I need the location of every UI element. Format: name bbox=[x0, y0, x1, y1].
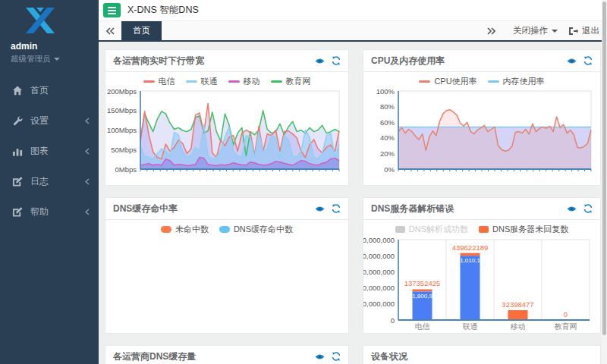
svg-text:137352425: 137352425 bbox=[404, 279, 441, 287]
logout-button[interactable]: 退出 bbox=[568, 25, 599, 36]
panel-title: 各运营商实时下行带宽 bbox=[113, 55, 204, 67]
tab-home[interactable]: 首页 bbox=[121, 21, 162, 40]
app-logo[interactable] bbox=[0, 0, 99, 38]
main-area: X-DNS 智能DNS 首页 关闭操作 bbox=[99, 0, 607, 364]
svg-text:移动: 移动 bbox=[511, 322, 526, 331]
bar-chart-icon bbox=[12, 146, 24, 157]
log-edit-icon bbox=[12, 176, 24, 187]
svg-text:0%: 0% bbox=[384, 165, 395, 174]
cache-hit-pie-chart: 未命中数DNS缓存命中数 bbox=[105, 220, 348, 235]
user-role-dropdown[interactable]: 超级管理员 bbox=[0, 52, 99, 72]
panel-resolve-errors: DNS服务器解析错误 DNS解析成功数DNS服务器未回复数00,000,0000… bbox=[363, 197, 601, 334]
app-title: X-DNS 智能DNS bbox=[127, 4, 199, 17]
legend-item[interactable]: DNS服务器未回复数 bbox=[479, 224, 568, 235]
panel-cpu-memory: CPU及内存使用率 CPU使用率内存使用率0%20%40%60%80%100% bbox=[363, 49, 601, 186]
panel-bandwidth: 各运营商实时下行带宽 电信联通移动教育网0Mbps50Mbps100Mbps15… bbox=[105, 49, 349, 186]
eye-icon bbox=[315, 58, 325, 64]
legend-label: 教育网 bbox=[286, 76, 311, 87]
svg-text:0: 0 bbox=[391, 316, 395, 325]
legend-item[interactable]: 内存使用率 bbox=[488, 76, 545, 87]
sidebar-item-logs[interactable]: 日志 bbox=[0, 166, 99, 196]
legend-label: 移动 bbox=[244, 76, 260, 87]
toggle-visibility-button[interactable] bbox=[315, 206, 325, 212]
refresh-icon bbox=[583, 204, 593, 213]
sidebar-item-label: 图表 bbox=[30, 145, 49, 158]
legend-marker bbox=[219, 226, 230, 233]
panel-title: DNS服务器解析错误 bbox=[371, 202, 454, 215]
legend-label: 内存使用率 bbox=[503, 76, 545, 87]
tab-bar: 首页 关闭操作 退出 bbox=[99, 21, 607, 42]
home-icon bbox=[12, 85, 24, 96]
panel-title: CPU及内存使用率 bbox=[371, 55, 445, 67]
close-actions-dropdown[interactable]: 关闭操作 bbox=[513, 25, 558, 36]
legend-marker bbox=[271, 80, 282, 83]
toggle-visibility-button[interactable] bbox=[567, 206, 577, 212]
x-logo-icon bbox=[23, 6, 58, 35]
topbar: X-DNS 智能DNS bbox=[99, 0, 607, 21]
panel-dns-cache-volume: 各运营商DNS缓存量 bbox=[105, 345, 349, 364]
svg-text:50Mbps: 50Mbps bbox=[111, 146, 137, 154]
chevron-left-icon bbox=[85, 178, 90, 185]
legend-item[interactable]: 移动 bbox=[228, 76, 260, 87]
caret-down-icon bbox=[54, 58, 60, 61]
close-actions-label: 关闭操作 bbox=[513, 25, 548, 36]
toggle-visibility-button[interactable] bbox=[315, 353, 325, 360]
svg-text:0: 0 bbox=[564, 310, 568, 318]
chevron-left-icon bbox=[85, 118, 90, 124]
legend-marker bbox=[419, 80, 430, 83]
svg-text:80%: 80% bbox=[380, 102, 395, 111]
line-chart-svg: 0%20%40%60%80%100% bbox=[363, 87, 597, 184]
sidebar-item-charts[interactable]: 图表 bbox=[0, 136, 99, 166]
legend-item[interactable]: DNS解析成功数 bbox=[395, 224, 468, 235]
menu-toggle-button[interactable] bbox=[103, 3, 121, 17]
panel-device-status: 设备状况 bbox=[363, 345, 601, 364]
svg-text:31,010,19: 31,010,19 bbox=[457, 257, 484, 264]
legend-marker bbox=[488, 80, 499, 83]
caret-down-icon bbox=[552, 30, 558, 33]
eye-icon bbox=[567, 206, 577, 212]
svg-text:联通: 联通 bbox=[463, 322, 478, 331]
vertical-scrollbar[interactable] bbox=[602, 0, 607, 364]
svg-text:150Mbps: 150Mbps bbox=[107, 106, 137, 115]
sidebar-item-label: 帮助 bbox=[30, 206, 49, 218]
refresh-icon bbox=[332, 56, 341, 65]
svg-text:60%: 60% bbox=[380, 118, 395, 127]
cpu-memory-chart: CPU使用率内存使用率0%20%40%60%80%100% bbox=[363, 72, 600, 187]
svg-text:0Mbps: 0Mbps bbox=[115, 165, 137, 174]
toggle-visibility-button[interactable] bbox=[315, 58, 325, 64]
refresh-button[interactable] bbox=[583, 204, 593, 213]
legend-item[interactable]: 教育网 bbox=[271, 76, 311, 87]
legend-label: DNS缓存命中数 bbox=[234, 224, 293, 235]
legend-item[interactable]: 未命中数 bbox=[161, 224, 209, 235]
legend-item[interactable]: 电信 bbox=[143, 76, 175, 87]
svg-text:0,000,000: 0,000,000 bbox=[363, 284, 395, 292]
svg-text:40%: 40% bbox=[380, 133, 395, 142]
refresh-button[interactable] bbox=[332, 56, 341, 65]
refresh-button[interactable] bbox=[332, 204, 341, 213]
legend-label: DNS解析成功数 bbox=[409, 224, 468, 235]
dashboard-content: 各运营商实时下行带宽 电信联通移动教育网0Mbps50Mbps100Mbps15… bbox=[99, 42, 607, 364]
svg-text:200Mbps: 200Mbps bbox=[107, 87, 137, 96]
sidebar-item-home[interactable]: 首页 bbox=[0, 75, 99, 105]
sidebar-item-label: 日志 bbox=[30, 175, 49, 188]
sidebar-item-settings[interactable]: 设置 bbox=[0, 105, 99, 136]
legend-item[interactable]: CPU使用率 bbox=[419, 76, 476, 87]
sidebar-item-help[interactable]: 帮助 bbox=[0, 196, 99, 227]
chart-legend: 未命中数DNS缓存命中数 bbox=[105, 220, 348, 235]
refresh-icon bbox=[332, 352, 341, 361]
svg-text:0,000,000: 0,000,000 bbox=[363, 268, 395, 276]
toggle-visibility-button[interactable] bbox=[567, 58, 577, 64]
refresh-button[interactable] bbox=[332, 352, 341, 361]
sidebar: admin 超级管理员 首页设置图表日志帮助 bbox=[0, 0, 99, 364]
tabs-scroll-left-button[interactable] bbox=[99, 21, 121, 40]
legend-marker bbox=[228, 80, 240, 83]
refresh-button[interactable] bbox=[583, 56, 593, 65]
scrollbar-thumb[interactable] bbox=[602, 2, 606, 335]
svg-text:439622189: 439622189 bbox=[452, 243, 489, 252]
help-edit-icon bbox=[12, 206, 24, 218]
legend-item[interactable]: DNS缓存命中数 bbox=[219, 224, 293, 235]
panel-cache-hit: DNS缓存命中率 未命中数DNS缓存命中数 bbox=[105, 197, 349, 334]
legend-item[interactable]: 联通 bbox=[186, 76, 218, 87]
tabs-scroll-right-button[interactable] bbox=[480, 21, 502, 40]
svg-text:100Mbps: 100Mbps bbox=[107, 126, 137, 134]
